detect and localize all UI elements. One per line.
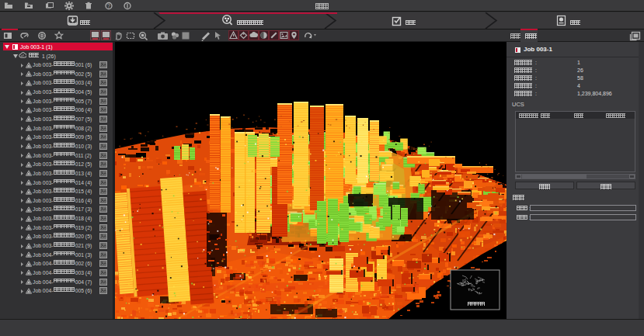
svg-text:?: ? [107, 3, 110, 9]
